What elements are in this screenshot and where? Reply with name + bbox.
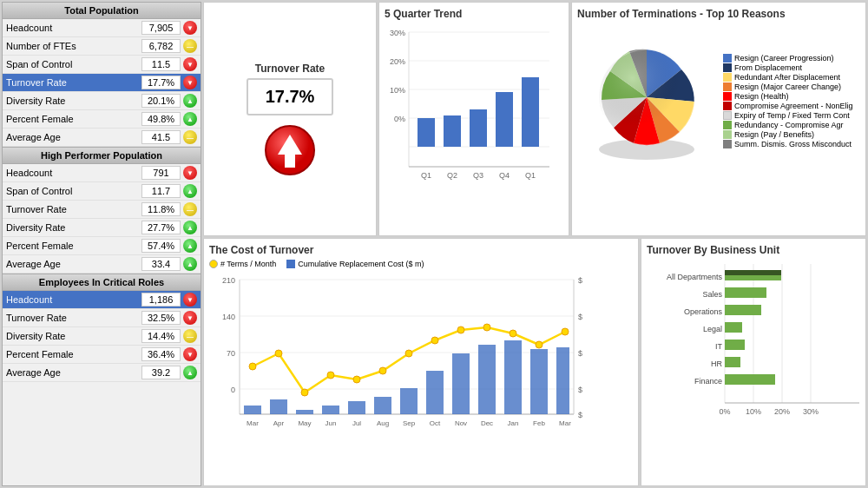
svg-text:0: 0 [231, 386, 235, 394]
svg-point-67 [562, 328, 569, 335]
metric-label: Percent Female [6, 349, 141, 359]
svg-point-58 [327, 372, 334, 379]
legend-item: From Displacement [723, 63, 860, 72]
trend-panel: 5 Quarter Trend 30% 20% 10% 0% [378, 2, 569, 236]
cost-legend-cost: Cumulative Replacement Cost ($ m) [286, 260, 424, 268]
critical-roles-metrics: Headcount1,186▼Turnover Rate32.5%▼Divers… [3, 291, 201, 382]
cost-chart: 210 140 70 0 $60 $45 $30 $15 $0 [209, 271, 582, 436]
svg-text:Q4: Q4 [499, 171, 510, 180]
svg-rect-16 [496, 92, 513, 147]
metric-label: Average Age [6, 367, 141, 378]
metric-value: 6,782 [141, 39, 181, 53]
svg-rect-50 [452, 353, 470, 414]
legend-item: Summ. Dismis. Gross Misconduct [723, 140, 860, 148]
svg-text:HR: HR [711, 359, 722, 368]
svg-text:Jan: Jan [508, 419, 519, 427]
legend-item: Resign (Health) [723, 92, 860, 101]
svg-point-64 [483, 324, 490, 331]
svg-text:0%: 0% [394, 115, 405, 123]
svg-rect-102 [725, 374, 775, 385]
svg-rect-13 [418, 118, 435, 147]
svg-point-63 [457, 326, 464, 333]
terminations-title: Number of Terminations - Top 10 Reasons [577, 8, 860, 20]
svg-text:30%: 30% [803, 407, 819, 416]
svg-text:Q1: Q1 [525, 171, 536, 180]
metric-label: Headcount [6, 294, 141, 305]
svg-point-57 [301, 389, 308, 396]
total-population-metrics: Headcount7,905▼Number of FTEs6,782—Span … [3, 19, 201, 147]
metric-value: 32.5% [141, 311, 181, 325]
legend-item: Compromise Agreement - NonElig [723, 102, 860, 110]
svg-point-66 [536, 341, 542, 348]
metric-row: Average Age41.5— [3, 129, 201, 147]
indicator-icon: — [183, 329, 197, 343]
metric-row: Headcount791▼ [3, 164, 201, 182]
svg-text:Nov: Nov [455, 419, 467, 427]
indicator-icon: ▼ [183, 21, 197, 35]
metric-value: 20.1% [141, 94, 181, 108]
legend-item: Resign (Career Progression) [723, 54, 860, 63]
metric-value: 57.4% [141, 239, 181, 253]
metric-row: Average Age39.2▲ [3, 364, 201, 382]
metric-row: Headcount1,186▼ [3, 291, 201, 309]
metric-row: Percent Female49.8%▲ [3, 110, 201, 129]
svg-text:May: May [298, 419, 311, 427]
metric-label: Percent Female [6, 241, 141, 251]
svg-point-61 [405, 350, 412, 357]
metric-row: Diversity Rate20.1%▲ [3, 92, 201, 110]
svg-text:$45: $45 [578, 313, 582, 321]
metric-row: Number of FTEs6,782— [3, 37, 201, 56]
metric-row: Span of Control11.7▲ [3, 182, 201, 201]
svg-rect-43 [270, 399, 287, 414]
indicator-icon: ▼ [183, 347, 197, 361]
svg-text:Oct: Oct [430, 419, 441, 427]
svg-rect-17 [522, 77, 539, 147]
svg-rect-98 [725, 340, 745, 350]
metric-value: 11.7 [141, 184, 181, 198]
critical-roles-title: Employees In Critical Roles [3, 274, 201, 291]
svg-text:Dec: Dec [481, 419, 493, 427]
indicator-icon: ▼ [183, 293, 197, 307]
metric-value: 27.7% [141, 221, 181, 234]
turnover-rate-title: Turnover Rate [255, 63, 325, 75]
svg-point-65 [510, 330, 516, 337]
svg-rect-52 [504, 340, 522, 414]
svg-rect-47 [374, 397, 391, 414]
metric-row: Span of Control11.5▼ [3, 56, 201, 74]
metric-label: Span of Control [6, 186, 141, 196]
cost-title: The Cost of Turnover [209, 244, 633, 256]
metric-value: 39.2 [141, 366, 181, 379]
indicator-icon: — [183, 39, 197, 53]
svg-text:$15: $15 [578, 386, 582, 394]
svg-rect-90 [725, 270, 781, 275]
metric-row: Turnover Rate17.7%▼ [3, 74, 201, 92]
svg-rect-46 [348, 401, 365, 414]
metric-row: Diversity Rate27.7%▲ [3, 219, 201, 237]
metric-value: 7,905 [141, 21, 181, 35]
svg-point-24 [599, 49, 694, 145]
legend-item: Redundant After Displacement [723, 73, 860, 82]
svg-text:Feb: Feb [533, 419, 545, 427]
svg-rect-53 [530, 349, 548, 414]
left-panel: Total Population Headcount7,905▼Number o… [2, 2, 201, 486]
indicator-icon: ▲ [183, 257, 197, 271]
trend-chart: 30% 20% 10% 0% Q1 Q2 Q3 Q4 Q1 [385, 23, 554, 193]
metric-label: Turnover Rate [6, 204, 141, 214]
svg-text:Legal: Legal [703, 325, 722, 333]
total-population-title: Total Population [3, 3, 201, 19]
svg-text:$30: $30 [578, 349, 582, 358]
svg-text:Aug: Aug [377, 419, 389, 427]
metric-label: Turnover Rate [6, 77, 141, 88]
bu-title: Turnover By Business Unit [647, 244, 860, 256]
svg-text:All Departments: All Departments [667, 273, 723, 281]
metric-row: Average Age33.4▲ [3, 255, 201, 274]
metric-label: Turnover Rate [6, 313, 141, 323]
svg-text:Q2: Q2 [447, 171, 457, 180]
metric-value: 36.4% [141, 347, 181, 361]
svg-point-56 [275, 350, 282, 357]
right-top-row: Turnover Rate 17.7% 5 Quarter Trend [203, 2, 866, 236]
metric-value: 11.5 [141, 57, 181, 71]
pie-legend: Resign (Career Progression) From Displac… [723, 54, 860, 149]
indicator-icon: ▼ [183, 57, 197, 71]
pie-chart [577, 23, 716, 180]
